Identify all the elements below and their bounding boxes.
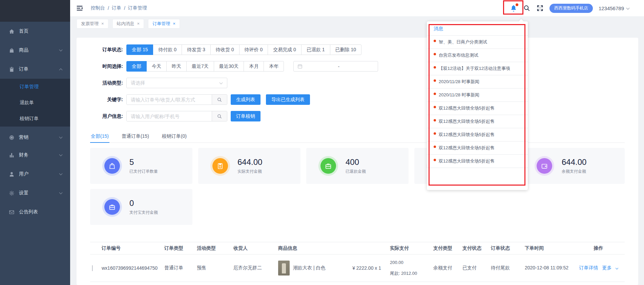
notification-item[interactable]: 双12感恩大回馈全场5折起售 bbox=[427, 128, 528, 141]
page-tab-invoice[interactable]: 发票管理 × bbox=[77, 19, 108, 28]
user-search-button[interactable] bbox=[212, 111, 227, 121]
notification-item[interactable]: 双12感恩大回馈全场5折起售 bbox=[427, 102, 528, 115]
sidebar-item-marketing[interactable]: 营销 bbox=[0, 127, 70, 146]
stat-label: 支付宝支付金额 bbox=[129, 210, 158, 215]
notification-text: 双12感恩大回馈全场5折起售 bbox=[439, 105, 495, 112]
generate-list-button[interactable]: 生成列表 bbox=[231, 94, 261, 105]
chevron-down-icon bbox=[59, 172, 63, 175]
notification-item[interactable]: 自营店发布信息测试 bbox=[427, 49, 528, 62]
user-info-input[interactable] bbox=[127, 111, 212, 121]
unread-dot bbox=[434, 40, 436, 42]
order-detail-link[interactable]: 订单详情 bbox=[579, 265, 598, 271]
unread-dot bbox=[434, 159, 436, 161]
orders-table: 订单编号 订单类型 活动类型 收货人 商品信息 实际支付 支付类型 支付状态 订… bbox=[90, 242, 625, 282]
notification-bell-button[interactable] bbox=[510, 4, 517, 12]
date-range-picker[interactable]: - bbox=[293, 61, 378, 72]
tab-verify-orders[interactable]: 核销订单(0) bbox=[161, 130, 187, 142]
notification-item[interactable]: 【双12活动】关于双12活动注意事项 bbox=[427, 62, 528, 75]
breadcrumb-console[interactable]: 控制台 bbox=[91, 5, 105, 11]
time-filter: 全部 今天 昨天 最近7天 最近30天 本月 本年 bbox=[126, 61, 284, 72]
status-refunded-button[interactable]: 已退款 1 bbox=[301, 44, 330, 55]
breadcrumb-separator: / bbox=[108, 5, 109, 11]
wheel-icon bbox=[9, 135, 15, 140]
time-month-button[interactable]: 本月 bbox=[244, 61, 264, 72]
activity-type-select[interactable]: 请选择 bbox=[126, 78, 227, 88]
notification-item[interactable]: 2020/11/28 时事新闻 bbox=[427, 75, 528, 89]
notification-text: 2020/11/28 时事新闻 bbox=[439, 92, 479, 98]
time-7days-button[interactable]: 最近7天 bbox=[186, 61, 214, 72]
cell-order-no: wx1607396992144694750 bbox=[102, 265, 164, 271]
status-completed-button[interactable]: 交易完成 0 bbox=[268, 44, 302, 55]
sidebar-item-order-management[interactable]: 订单管理 bbox=[0, 79, 70, 95]
search-icon[interactable] bbox=[523, 4, 531, 12]
notification-item[interactable]: 智、美、日商户分类测试 bbox=[427, 36, 528, 49]
chevron-down-icon bbox=[626, 6, 630, 10]
time-today-button[interactable]: 今天 bbox=[146, 61, 167, 72]
more-actions-link[interactable]: 更多 bbox=[602, 265, 612, 271]
cell-created-time: 2020-12-08 11:09:52 bbox=[525, 265, 568, 270]
keyword-search-button[interactable] bbox=[212, 95, 227, 104]
stat-label: 实际支付金额 bbox=[237, 169, 262, 174]
header-actual-paid: 实际支付 bbox=[390, 245, 433, 251]
time-30days-button[interactable]: 最近30天 bbox=[214, 61, 244, 72]
page-tab-order-management[interactable]: 订单管理 × bbox=[148, 19, 180, 28]
status-to-review-button[interactable]: 待评价 0 bbox=[239, 44, 268, 55]
collapse-menu-icon[interactable] bbox=[76, 4, 83, 12]
time-year-button[interactable]: 本年 bbox=[264, 61, 284, 72]
status-deleted-button[interactable]: 已删除 10 bbox=[330, 44, 361, 55]
keyword-input[interactable] bbox=[127, 95, 212, 104]
header-pay-type: 支付类型 bbox=[433, 245, 462, 251]
status-to-ship-button[interactable]: 待发货 3 bbox=[182, 44, 211, 55]
notification-item[interactable]: 双12感恩大回馈全场5折起售 bbox=[427, 141, 528, 155]
search-icon bbox=[217, 114, 222, 119]
sidebar-item-orders[interactable]: 订单 bbox=[0, 60, 70, 79]
sidebar-item-refund-orders[interactable]: 退款单 bbox=[0, 95, 70, 111]
content-area: 订单状态: 全部 15 待付款 0 待发货 3 待收货 0 待评价 0 交易完成… bbox=[70, 31, 644, 285]
order-verify-button[interactable]: 订单核销 bbox=[231, 111, 261, 121]
notification-item[interactable]: 2020/11/28 时事新闻 bbox=[427, 89, 528, 102]
sidebar-item-settings[interactable]: 设置 bbox=[0, 184, 70, 203]
tab-normal-orders[interactable]: 普通订单(15) bbox=[121, 130, 150, 142]
store-badge[interactable]: 西西里数码手机店 bbox=[549, 4, 593, 13]
tab-all[interactable]: 全部(15) bbox=[90, 130, 109, 142]
close-icon[interactable]: × bbox=[137, 21, 140, 26]
sidebar-item-verify-orders[interactable]: 核销订单 bbox=[0, 111, 70, 127]
tab-label: 站内消息 bbox=[117, 21, 134, 27]
status-all-button[interactable]: 全部 15 bbox=[126, 44, 153, 55]
status-unpaid-button[interactable]: 待付款 0 bbox=[153, 44, 182, 55]
briefcase-icon bbox=[104, 199, 120, 215]
chevron-up-icon bbox=[59, 68, 63, 72]
sidebar-item-finance[interactable]: 财务 bbox=[0, 146, 70, 165]
stat-value: 0 bbox=[129, 198, 158, 208]
breadcrumb-orders[interactable]: 订单 bbox=[112, 5, 121, 11]
order-status-label: 订单状态: bbox=[90, 47, 123, 53]
sidebar-item-announcements[interactable]: 公告列表 bbox=[0, 203, 70, 222]
cell-paid-amount: 200.00 bbox=[390, 260, 433, 265]
page-tab-messages[interactable]: 站内消息 × bbox=[112, 19, 144, 28]
notification-item[interactable]: 双12感恩大回馈全场5折起售 bbox=[427, 115, 528, 128]
sidebar-item-goods[interactable]: 商品 bbox=[0, 41, 70, 60]
export-list-button[interactable]: 导出已生成列表 bbox=[266, 94, 310, 105]
close-icon[interactable]: × bbox=[173, 21, 175, 26]
keyword-label: 关键字: bbox=[90, 97, 123, 103]
sidebar-item-users[interactable]: 用户 bbox=[0, 165, 70, 184]
close-icon[interactable]: × bbox=[101, 21, 104, 26]
tab-label: 订单管理 bbox=[152, 21, 170, 27]
breadcrumb-order-management[interactable]: 订单管理 bbox=[128, 5, 147, 11]
status-to-receive-button[interactable]: 待收货 0 bbox=[210, 44, 240, 55]
time-yesterday-button[interactable]: 昨天 bbox=[166, 61, 187, 72]
product-image bbox=[278, 261, 290, 276]
sidebar-item-home[interactable]: 首页 bbox=[0, 22, 70, 41]
notification-text: 双12感恩大回馈全场5折起售 bbox=[439, 118, 495, 125]
expand-row-icon[interactable] bbox=[92, 265, 92, 271]
account-menu[interactable]: 123456789 bbox=[599, 5, 629, 11]
notification-item[interactable]: 双12感恩大回馈全场5折起售 bbox=[427, 155, 528, 168]
cell-pay-type: 余额支付 bbox=[433, 265, 462, 271]
unread-dot bbox=[434, 146, 436, 148]
time-all-button[interactable]: 全部 bbox=[126, 61, 147, 72]
sidebar-item-label: 商品 bbox=[19, 47, 28, 53]
sidebar-item-label: 财务 bbox=[19, 152, 28, 158]
chevron-down-icon bbox=[59, 191, 63, 194]
unread-dot bbox=[434, 132, 436, 135]
fullscreen-icon[interactable] bbox=[536, 4, 544, 12]
